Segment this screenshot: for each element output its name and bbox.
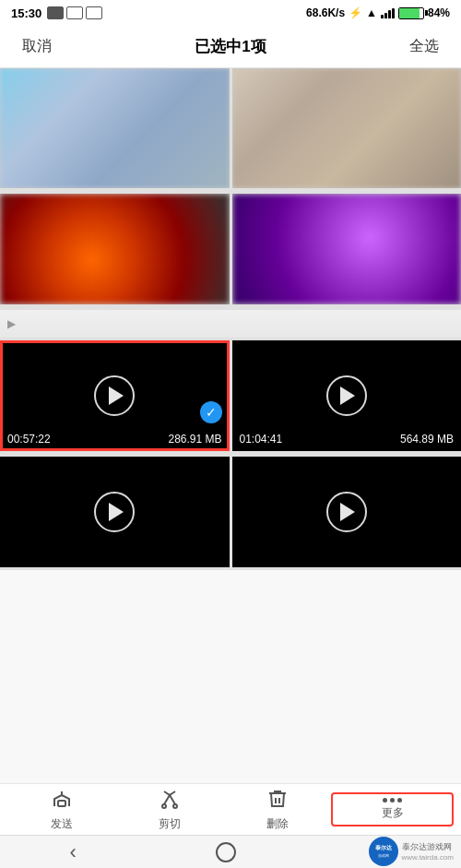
- icon2: [66, 6, 83, 19]
- video-size-1: 286.91 MB: [168, 433, 221, 446]
- video-info-2: 01:04:41 564.89 MB: [232, 433, 462, 446]
- wifi-icon: ▲: [366, 6, 377, 19]
- more-icon: [383, 798, 402, 803]
- svg-text:游戏网: 游戏网: [378, 853, 389, 858]
- cut-label: 剪切: [159, 816, 181, 832]
- more-label: 更多: [382, 805, 404, 821]
- play-button-2[interactable]: [326, 375, 367, 416]
- watermark: 泰尔达 游戏网 泰尔达游戏网 www.tairda.com: [369, 837, 454, 866]
- icon1: [47, 6, 64, 19]
- battery-icon: [398, 7, 424, 19]
- send-button[interactable]: 发送: [7, 784, 115, 836]
- video-info-1: 00:57:22 286.91 MB: [0, 433, 230, 446]
- bottom-toolbar: 发送 剪切 删除: [0, 783, 461, 835]
- delete-button[interactable]: 删除: [223, 784, 331, 836]
- send-label: 发送: [51, 816, 73, 832]
- home-button[interactable]: [216, 842, 236, 862]
- delete-label: 删除: [266, 816, 289, 832]
- status-left: 15:30: [11, 6, 102, 20]
- video-duration-2: 01:04:41: [240, 433, 283, 446]
- video-thumb-3[interactable]: [0, 457, 230, 567]
- bluetooth-icon: ⚡: [349, 6, 362, 19]
- content-area: ▶ 00:57:22 286.91 MB ✓: [0, 68, 461, 816]
- svg-point-2: [173, 804, 177, 808]
- status-bar: 15:30 68.6K/s ⚡ ▲ 84%: [0, 0, 461, 26]
- cut-button[interactable]: 剪切: [115, 784, 223, 836]
- svg-point-1: [162, 804, 166, 808]
- svg-rect-0: [58, 801, 65, 806]
- svg-text:泰尔达: 泰尔达: [375, 844, 393, 850]
- video-thumb-1[interactable]: 00:57:22 286.91 MB ✓: [0, 340, 230, 451]
- video-thumb-2[interactable]: 01:04:41 564.89 MB: [232, 340, 462, 451]
- nav-title: 已选中1项: [195, 36, 266, 57]
- video-thumb-4[interactable]: [232, 457, 462, 567]
- cut-icon: [159, 788, 181, 814]
- status-time: 15:30: [11, 6, 41, 20]
- status-icons: [47, 6, 102, 19]
- thumbnail-fire[interactable]: [0, 194, 230, 304]
- thumbnail-landscape[interactable]: [0, 68, 230, 188]
- cancel-button[interactable]: 取消: [15, 33, 59, 60]
- status-right: 68.6K/s ⚡ ▲ 84%: [306, 6, 450, 19]
- play-button-4[interactable]: [326, 492, 367, 532]
- watermark-logo: 泰尔达 游戏网: [369, 837, 398, 866]
- select-all-button[interactable]: 全选: [402, 33, 446, 60]
- delete-icon: [266, 788, 289, 814]
- signal-icon: [381, 8, 395, 18]
- system-nav: ‹ 泰尔达 游戏网 泰尔达游戏网 www.tairda.com: [0, 835, 461, 868]
- play-button-1[interactable]: [94, 375, 135, 416]
- play-button-3[interactable]: [94, 492, 135, 532]
- media-grid: ▶ 00:57:22 286.91 MB ✓: [0, 68, 461, 570]
- top-nav: 取消 已选中1项 全选: [0, 26, 461, 68]
- send-icon: [51, 788, 73, 814]
- icon3: [86, 6, 102, 19]
- watermark-text: 泰尔达游戏网 www.tairda.com: [402, 841, 454, 862]
- svg-point-3: [372, 839, 396, 863]
- back-button[interactable]: ‹: [69, 840, 76, 864]
- network-speed: 68.6K/s: [306, 6, 345, 19]
- more-button[interactable]: 更多: [331, 792, 454, 826]
- selected-checkmark-1: ✓: [200, 401, 222, 423]
- thumbnail-purple[interactable]: [232, 194, 462, 304]
- battery-percent: 84%: [428, 6, 450, 19]
- thumbnail-building[interactable]: [232, 68, 462, 188]
- partial-hint: ▶: [0, 310, 461, 338]
- video-size-2: 564.89 MB: [400, 433, 454, 446]
- video-duration-1: 00:57:22: [7, 433, 51, 446]
